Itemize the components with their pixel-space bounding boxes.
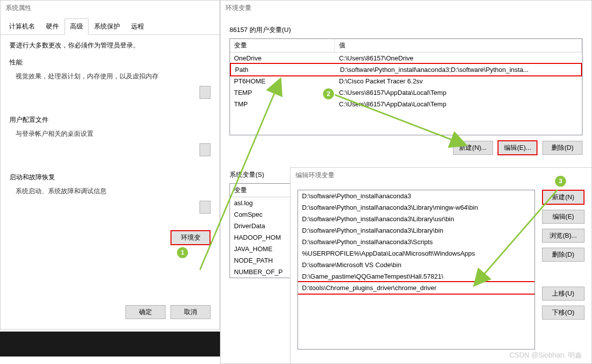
list-item[interactable]: D:\Game_pastime\QQGameTempest\Hall.57821… [298,271,534,282]
tab-advanced[interactable]: 高级 [64,18,88,35]
tab-protection[interactable]: 系统保护 [88,18,126,34]
ok-button[interactable]: 确定 [126,305,166,319]
path-list[interactable]: D:\software\Python_install\anaconda3 D:\… [298,190,535,350]
editenv-edit-button[interactable]: 编辑(E) [542,210,584,224]
list-item[interactable]: D:\software\Microsoft VS Code\bin [298,259,534,271]
startup-title: 启动和故障恢复 [10,173,210,182]
list-item[interactable]: D:\software\Python_install\anaconda3\Scr… [298,236,534,248]
table-row[interactable]: TEMPC:\Users\86157\AppData\Local\Temp [230,87,582,98]
list-item[interactable]: D:\software\Python_install\anaconda3\Lib… [298,202,534,213]
system-properties-dialog: 系统属性 计算机名 硬件 高级 系统保护 远程 要进行大多数更改，你必须作为管理… [0,0,220,330]
tab-remote[interactable]: 远程 [126,18,150,34]
startup-desc: 系统启动、系统故障和调试信息 [10,187,210,196]
step-marker-3: 3 [555,176,566,187]
list-item[interactable]: D:\software\Python_install\anaconda3\Lib… [298,225,534,236]
table-row[interactable]: HADOOP_HOM [230,232,294,243]
step-marker-1: 1 [177,247,188,258]
profile-desc: 与登录帐户相关的桌面设置 [10,129,210,138]
editenv-delete-button[interactable]: 删除(D) [542,248,584,262]
envvars-title: 环境变量 [220,0,592,15]
perf-desc: 视觉效果，处理器计划，内存使用，以及虚拟内存 [10,72,210,81]
table-row[interactable]: OneDriveC:\Users\86157\OneDrive [230,52,582,64]
editenv-down-button[interactable]: 下移(O) [542,306,584,320]
step-marker-2: 2 [323,88,334,99]
table-row[interactable]: NODE_PATH [230,255,294,266]
list-item[interactable]: D:\software\Python_install\anaconda3 [298,190,534,202]
profile-title: 用户配置文件 [10,115,210,124]
table-row[interactable]: TMPC:\Users\86157\AppData\Local\Temp [230,98,582,110]
environment-variables-button[interactable]: 环境变 [170,230,210,245]
editenv-up-button[interactable]: 上移(U) [542,287,584,301]
startup-settings-button[interactable] [200,201,210,214]
sysprops-intro: 要进行大多数更改，你必须作为管理员登录。 [10,41,210,50]
table-row[interactable]: NUMBER_OF_P [230,266,294,278]
list-item-chrome-driver[interactable]: D:\tools\Chrome_plugins_driver\chrome_dr… [298,281,535,295]
col-variable[interactable]: 变量 [230,184,294,197]
user-vars-table[interactable]: 变量 值 OneDriveC:\Users\86157\OneDrive Pat… [230,38,582,135]
table-row[interactable]: asl.log [230,197,294,209]
sysprops-title: 系统属性 [0,0,220,15]
edit-env-variable-dialog: 编辑环境变量 D:\software\Python_install\anacon… [290,167,592,364]
cancel-button[interactable]: 取消 [170,305,210,319]
table-row[interactable]: DriverData [230,220,294,232]
table-row-path[interactable]: PathD:\software\Python_install\anaconda3… [230,63,582,76]
sysprops-tabs: 计算机名 硬件 高级 系统保护 远程 [0,18,220,35]
tab-hardware[interactable]: 硬件 [40,18,64,34]
profile-settings-button[interactable] [200,143,210,156]
black-bar [0,332,220,357]
user-edit-button[interactable]: 编辑(E)... [498,140,538,155]
perf-title: 性能 [10,58,210,67]
editenv-browse-button[interactable]: 浏览(B)... [542,229,584,243]
list-item[interactable]: D:\software\Python_install\anaconda3\Lib… [298,213,534,225]
user-delete-button[interactable]: 删除(D) [542,141,582,155]
table-row[interactable]: ComSpec [230,209,294,220]
user-new-button[interactable]: 新建(N)... [453,141,493,155]
editenv-new-button[interactable]: 新建(N) [542,190,584,205]
col-value[interactable]: 值 [335,39,582,52]
user-vars-label: 86157 的用户变量(U) [230,25,582,34]
perf-settings-button[interactable] [200,86,210,99]
table-row[interactable]: JAVA_HOME [230,243,294,255]
sys-vars-table[interactable]: 变量 asl.log ComSpec DriverData HADOOP_HOM… [230,183,294,278]
col-variable[interactable]: 变量 [230,39,335,52]
list-item[interactable]: %USERPROFILE%\AppData\Local\Microsoft\Wi… [298,248,534,259]
watermark: CSDN @Siobhan. 明鑫 [510,351,582,360]
table-row[interactable]: PT6HOMED:\Cisco Packet Tracer 6.2sv [230,75,582,87]
editenv-title: 编辑环境变量 [290,168,592,183]
tab-computer-name[interactable]: 计算机名 [4,18,40,34]
